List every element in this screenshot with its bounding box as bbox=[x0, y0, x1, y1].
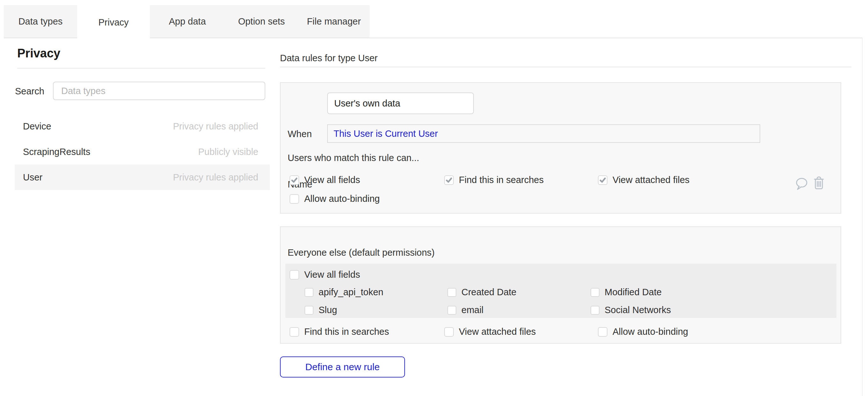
list-item-device[interactable]: Device Privacy rules applied bbox=[15, 114, 270, 139]
tab-privacy[interactable]: Privacy bbox=[77, 5, 150, 39]
tab-data-types[interactable]: Data types bbox=[4, 5, 77, 38]
list-item-user[interactable]: User Privacy rules applied bbox=[15, 164, 270, 190]
when-condition-value: This User is Current User bbox=[334, 128, 438, 139]
checkbox-box bbox=[289, 270, 299, 280]
checkbox-view-attached-files[interactable]: View attached files bbox=[598, 175, 832, 185]
tab-file-manager[interactable]: File manager bbox=[298, 5, 370, 38]
page-title: Privacy bbox=[17, 47, 60, 60]
list-item-scrapingresults[interactable]: ScrapingResults Publicly visible bbox=[15, 139, 270, 164]
tab-bar: Data types Privacy App data Option sets … bbox=[4, 5, 370, 39]
checkbox-field-social-networks[interactable]: Social Networks bbox=[591, 305, 831, 315]
data-type-list: Device Privacy rules applied ScrapingRes… bbox=[15, 114, 270, 190]
rule-permissions-grid: View all fields Find this in searches Vi… bbox=[289, 175, 832, 204]
checkbox-box bbox=[598, 327, 608, 337]
tab-label: Option sets bbox=[238, 16, 285, 27]
checkbox-box bbox=[591, 288, 599, 297]
checkbox-field-created-date[interactable]: Created Date bbox=[447, 287, 591, 298]
define-new-rule-button[interactable]: Define a new rule bbox=[280, 357, 405, 377]
checkbox-box bbox=[598, 175, 608, 185]
rules-heading: Data rules for type User bbox=[280, 53, 377, 63]
checkbox-field-apify-api-token[interactable]: apify_api_token bbox=[305, 287, 447, 298]
rule-card: Name When This User is Current User User… bbox=[280, 82, 841, 214]
field-checkbox-grid: apify_api_token Created Date Modified Da… bbox=[305, 287, 831, 315]
default-card-title: Everyone else (default permissions) bbox=[288, 247, 435, 258]
privacy-status: Privacy rules applied bbox=[173, 172, 258, 183]
tab-label: Privacy bbox=[98, 17, 128, 28]
checkbox-box bbox=[444, 175, 454, 185]
checkbox-default-view-all-fields[interactable]: View all fields bbox=[289, 269, 360, 280]
checkbox-field-email[interactable]: email bbox=[447, 305, 591, 315]
search-label: Search bbox=[15, 86, 44, 97]
checkbox-default-find-in-searches[interactable]: Find this in searches bbox=[289, 327, 444, 337]
rule-subtitle: Users who match this rule can... bbox=[288, 153, 419, 163]
checkbox-field-modified-date[interactable]: Modified Date bbox=[591, 287, 831, 298]
checkbox-default-view-attached-files[interactable]: View attached files bbox=[444, 327, 598, 337]
checkbox-box bbox=[447, 288, 456, 297]
checkbox-box bbox=[591, 306, 599, 315]
checkbox-box bbox=[447, 306, 456, 315]
checkbox-box bbox=[289, 175, 299, 185]
checkbox-allow-auto-binding[interactable]: Allow auto-binding bbox=[289, 193, 444, 204]
tab-label: Data types bbox=[19, 16, 63, 27]
checkbox-field-slug[interactable]: Slug bbox=[305, 305, 447, 315]
tab-app-data[interactable]: App data bbox=[150, 5, 225, 38]
left-divider bbox=[17, 68, 265, 68]
data-type-name: ScrapingResults bbox=[23, 147, 90, 157]
checkbox-find-in-searches[interactable]: Find this in searches bbox=[444, 175, 598, 185]
rule-name-input[interactable] bbox=[327, 92, 474, 114]
data-type-name: User bbox=[23, 172, 42, 183]
checkbox-default-allow-auto-binding[interactable]: Allow auto-binding bbox=[598, 327, 832, 337]
privacy-status: Privacy rules applied bbox=[173, 121, 258, 132]
checkbox-box bbox=[289, 327, 299, 337]
checkbox-box bbox=[444, 327, 454, 337]
search-input[interactable] bbox=[53, 82, 265, 100]
checkbox-box bbox=[305, 306, 313, 315]
panel-right-border bbox=[862, 38, 863, 396]
when-condition-box[interactable]: This User is Current User bbox=[327, 124, 760, 143]
default-permissions-card: Everyone else (default permissions) View… bbox=[280, 226, 841, 344]
checkbox-box bbox=[289, 194, 299, 204]
when-label: When bbox=[288, 129, 312, 139]
tab-label: App data bbox=[169, 16, 206, 27]
tab-label: File manager bbox=[307, 16, 361, 27]
default-permissions-grid: Find this in searches View attached file… bbox=[289, 327, 832, 337]
checkbox-box bbox=[305, 288, 313, 297]
checkbox-view-all-fields[interactable]: View all fields bbox=[289, 175, 444, 185]
privacy-status: Publicly visible bbox=[198, 147, 258, 157]
data-type-name: Device bbox=[23, 121, 51, 132]
right-divider bbox=[280, 67, 851, 67]
tab-option-sets[interactable]: Option sets bbox=[225, 5, 298, 38]
